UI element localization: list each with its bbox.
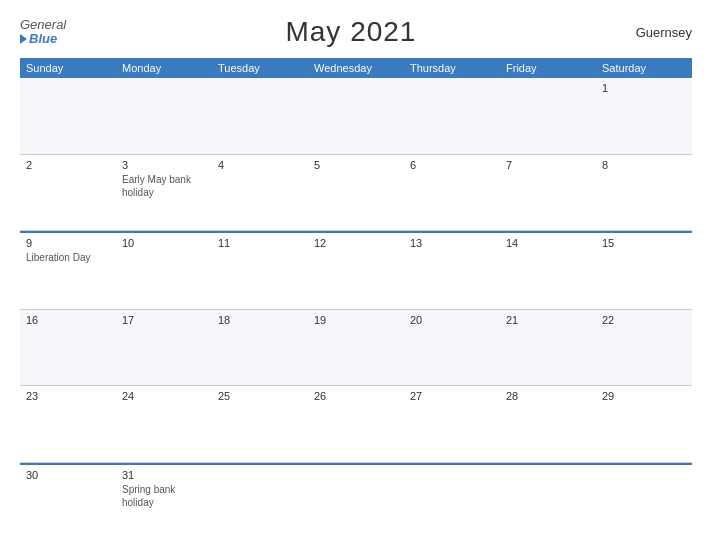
day-event: Early May bank holiday — [122, 173, 206, 199]
calendar-day — [116, 78, 212, 154]
day-number: 11 — [218, 237, 302, 249]
region-label: Guernsey — [636, 25, 692, 40]
calendar-day: 27 — [404, 386, 500, 462]
day-number: 21 — [506, 314, 590, 326]
day-number: 4 — [218, 159, 302, 171]
header-tuesday: Tuesday — [212, 58, 308, 78]
day-number: 19 — [314, 314, 398, 326]
day-number: 6 — [410, 159, 494, 171]
calendar-day: 17 — [116, 310, 212, 386]
day-number: 16 — [26, 314, 110, 326]
calendar-day: 26 — [308, 386, 404, 462]
calendar-day — [308, 465, 404, 541]
calendar-body: 123Early May bank holiday456789Liberatio… — [20, 78, 692, 540]
calendar-day: 14 — [500, 233, 596, 309]
header-saturday: Saturday — [596, 58, 692, 78]
month-title: May 2021 — [285, 16, 416, 48]
calendar-week-3: 16171819202122 — [20, 310, 692, 387]
logo: General Blue — [20, 18, 66, 47]
calendar-day: 29 — [596, 386, 692, 462]
day-number: 5 — [314, 159, 398, 171]
calendar-day: 3Early May bank holiday — [116, 155, 212, 231]
day-number: 15 — [602, 237, 686, 249]
calendar-day: 15 — [596, 233, 692, 309]
day-number: 7 — [506, 159, 590, 171]
day-number: 22 — [602, 314, 686, 326]
day-number: 20 — [410, 314, 494, 326]
calendar-day: 2 — [20, 155, 116, 231]
day-number: 24 — [122, 390, 206, 402]
day-number: 27 — [410, 390, 494, 402]
day-number: 12 — [314, 237, 398, 249]
calendar-day: 7 — [500, 155, 596, 231]
day-number: 13 — [410, 237, 494, 249]
calendar-day: 23 — [20, 386, 116, 462]
calendar-day: 5 — [308, 155, 404, 231]
calendar-day — [500, 78, 596, 154]
calendar-week-2: 9Liberation Day101112131415 — [20, 233, 692, 310]
calendar-day: 20 — [404, 310, 500, 386]
calendar-week-5: 3031Spring bank holiday — [20, 465, 692, 541]
page: General Blue May 2021 Guernsey Sunday Mo… — [0, 0, 712, 550]
calendar-day: 9Liberation Day — [20, 233, 116, 309]
calendar-day: 16 — [20, 310, 116, 386]
calendar-day: 11 — [212, 233, 308, 309]
day-event: Spring bank holiday — [122, 483, 206, 509]
calendar-week-4: 23242526272829 — [20, 386, 692, 463]
calendar: Sunday Monday Tuesday Wednesday Thursday… — [20, 58, 692, 540]
header-sunday: Sunday — [20, 58, 116, 78]
header-friday: Friday — [500, 58, 596, 78]
calendar-day — [596, 465, 692, 541]
header-wednesday: Wednesday — [308, 58, 404, 78]
logo-blue-text: Blue — [20, 32, 66, 46]
calendar-day — [212, 78, 308, 154]
calendar-day: 25 — [212, 386, 308, 462]
day-number: 14 — [506, 237, 590, 249]
calendar-week-1: 23Early May bank holiday45678 — [20, 155, 692, 232]
calendar-day: 13 — [404, 233, 500, 309]
calendar-day — [404, 78, 500, 154]
calendar-day — [212, 465, 308, 541]
calendar-day — [20, 78, 116, 154]
calendar-day: 19 — [308, 310, 404, 386]
calendar-header: Sunday Monday Tuesday Wednesday Thursday… — [20, 58, 692, 78]
logo-general-text: General — [20, 18, 66, 32]
calendar-day: 21 — [500, 310, 596, 386]
calendar-day: 12 — [308, 233, 404, 309]
header: General Blue May 2021 Guernsey — [20, 16, 692, 48]
day-number: 17 — [122, 314, 206, 326]
calendar-day: 22 — [596, 310, 692, 386]
calendar-day: 6 — [404, 155, 500, 231]
day-number: 28 — [506, 390, 590, 402]
day-event: Liberation Day — [26, 251, 110, 264]
calendar-day: 28 — [500, 386, 596, 462]
day-number: 10 — [122, 237, 206, 249]
day-number: 23 — [26, 390, 110, 402]
calendar-day: 8 — [596, 155, 692, 231]
day-number: 1 — [602, 82, 686, 94]
day-number: 31 — [122, 469, 206, 481]
day-number: 9 — [26, 237, 110, 249]
day-number: 25 — [218, 390, 302, 402]
calendar-day: 18 — [212, 310, 308, 386]
day-number: 2 — [26, 159, 110, 171]
calendar-day: 1 — [596, 78, 692, 154]
logo-triangle-icon — [20, 34, 27, 44]
calendar-day: 4 — [212, 155, 308, 231]
calendar-day: 10 — [116, 233, 212, 309]
day-number: 29 — [602, 390, 686, 402]
calendar-day: 30 — [20, 465, 116, 541]
day-number: 30 — [26, 469, 110, 481]
calendar-day — [308, 78, 404, 154]
day-number: 18 — [218, 314, 302, 326]
header-thursday: Thursday — [404, 58, 500, 78]
calendar-day: 24 — [116, 386, 212, 462]
calendar-week-0: 1 — [20, 78, 692, 155]
calendar-day — [404, 465, 500, 541]
day-number: 3 — [122, 159, 206, 171]
header-monday: Monday — [116, 58, 212, 78]
calendar-day: 31Spring bank holiday — [116, 465, 212, 541]
day-number: 26 — [314, 390, 398, 402]
day-number: 8 — [602, 159, 686, 171]
calendar-day — [500, 465, 596, 541]
